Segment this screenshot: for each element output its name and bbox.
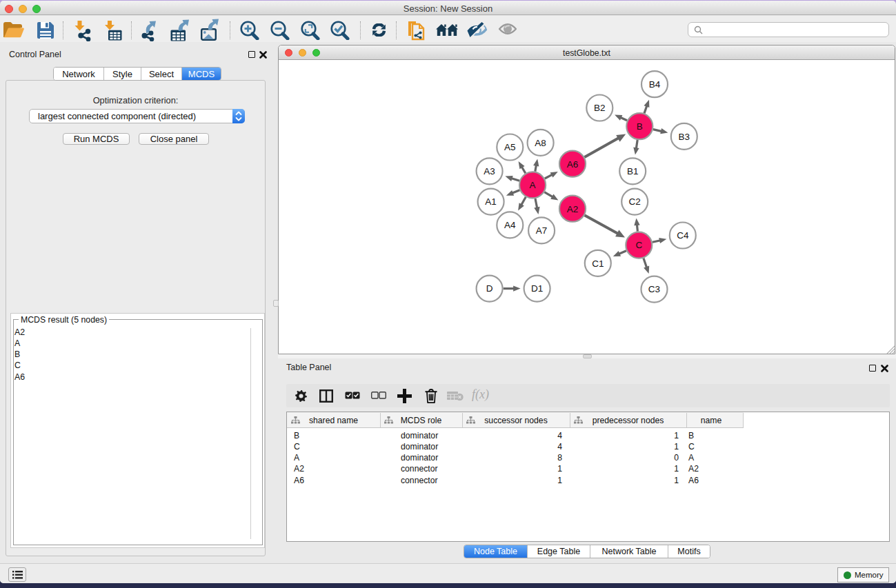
svg-text:A1: A1: [485, 196, 497, 207]
svg-text:A7: A7: [536, 225, 548, 236]
svg-text:B2: B2: [594, 103, 606, 113]
svg-text:A2: A2: [567, 204, 579, 214]
svg-text:B1: B1: [627, 166, 639, 176]
svg-text:C2: C2: [629, 196, 641, 207]
svg-text:A4: A4: [504, 220, 516, 230]
svg-text:A5: A5: [504, 142, 516, 152]
svg-text:A: A: [530, 180, 536, 190]
svg-text:B4: B4: [649, 79, 661, 90]
svg-text:B3: B3: [679, 132, 690, 142]
svg-text:C3: C3: [648, 284, 660, 294]
svg-text:D: D: [486, 283, 493, 294]
svg-text:C: C: [635, 240, 642, 250]
svg-text:C4: C4: [677, 230, 689, 241]
svg-text:A8: A8: [535, 138, 546, 148]
svg-text:D1: D1: [531, 283, 543, 294]
svg-text:B: B: [637, 121, 643, 132]
svg-text:A6: A6: [567, 159, 579, 170]
svg-text:A3: A3: [484, 166, 495, 176]
svg-text:C1: C1: [592, 258, 604, 269]
